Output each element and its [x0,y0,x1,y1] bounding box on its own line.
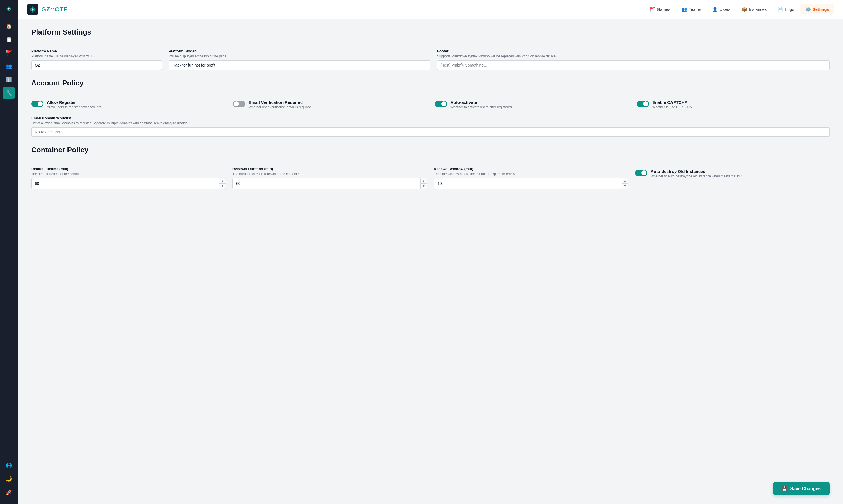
platform-footer-desc: Supports Markdown syntax, <mbr/> will be… [437,54,830,58]
enable-captcha-info: Enable CAPTCHA Whether to use CAPTCHA [652,100,692,109]
container-policy-divider [31,159,830,159]
platform-name-label: Platform Name [31,49,162,53]
sidebar-bottom: 🌐 🌙 🚀 [3,460,15,499]
domain-whitelist-input[interactable] [31,127,830,137]
sidebar-item-translate[interactable]: 🌐 [3,460,15,472]
save-button[interactable]: 💾 Save Changes [773,482,830,495]
allow-register-track [31,101,44,107]
svg-point-1 [8,8,10,10]
nav-users[interactable]: 👤 Users [707,4,735,14]
svg-point-3 [32,8,34,10]
domain-whitelist-group: Email Domain Whitelist List of allowed e… [31,116,830,137]
auto-activate-label: Auto-activate [450,100,512,105]
instances-icon: 📦 [741,7,747,12]
lifetime-up-arrow[interactable]: ▲ [219,179,225,183]
container-policy-row: Default Lifetime (min) The default lifet… [31,167,830,189]
save-btn-wrap: 💾 Save Changes [773,482,830,495]
platform-settings-row: Platform Name Platform name will be disp… [31,49,830,70]
platform-slogan-desc: Will be displayed at the top of the page [169,54,430,58]
email-verify-toggle[interactable] [233,101,245,107]
nav-instances[interactable]: 📦 Instances [737,4,772,14]
nav-games[interactable]: 🚩 Games [644,4,675,14]
lifetime-label: Default Lifetime (min) [31,167,226,171]
content: Platform Settings Platform Name Platform… [18,19,843,504]
auto-destroy-toggle[interactable] [635,169,647,176]
nav-teams[interactable]: 👥 Teams [676,4,706,14]
enable-captcha-group: Enable CAPTCHA Whether to use CAPTCHA [637,100,830,109]
save-icon: 💾 [782,486,788,491]
platform-footer-input[interactable] [437,60,830,70]
renewal-window-group: Renewal Window (min) The time window bef… [434,167,629,189]
platform-slogan-input[interactable] [169,60,430,70]
email-verify-desc: Whether user verification email is requi… [249,105,311,109]
sidebar-item-settings[interactable]: 🔧 [3,87,15,99]
auto-destroy-info: Auto-destroy Old Instances Whether to au… [651,169,742,178]
email-verify-track [233,101,245,107]
topnav: GZ::CTF 🚩 Games 👥 Teams 👤 Users 📦 Instan… [18,0,843,19]
games-icon: 🚩 [650,7,655,12]
renewal-window-down-arrow[interactable]: ▼ [622,183,628,188]
renewal-duration-down-arrow[interactable]: ▼ [421,183,427,188]
renewal-duration-label: Renewal Duration (min) [233,167,427,171]
auto-activate-toggle[interactable] [435,101,447,107]
auto-activate-track [435,101,447,107]
settings-icon: ⚙️ [805,7,811,12]
renewal-window-input-wrap: ▲ ▼ [434,178,629,189]
auto-destroy-group: Auto-destroy Old Instances Whether to au… [635,167,830,189]
auto-destroy-desc: Whether to auto-destroy the old instance… [651,174,742,178]
renewal-duration-group: Renewal Duration (min) The duration of e… [233,167,427,189]
auto-destroy-toggle-group: Auto-destroy Old Instances Whether to au… [635,169,830,189]
sidebar-logo [3,3,15,15]
auto-activate-group: Auto-activate Whether to activate users … [435,100,628,109]
allow-register-label: Allow Register [47,100,101,105]
sidebar-item-users[interactable]: 👥 [3,60,15,72]
auto-activate-desc: Whether to activate users after register… [450,105,512,109]
lifetime-down-arrow[interactable]: ▼ [219,183,225,188]
main-area: GZ::CTF 🚩 Games 👥 Teams 👤 Users 📦 Instan… [18,0,843,504]
platform-settings-title: Platform Settings [31,28,830,36]
sidebar-item-info[interactable]: ℹ️ [3,73,15,86]
platform-footer-group: Footer Supports Markdown syntax, <mbr/> … [437,49,830,70]
sidebar-item-theme[interactable]: 🌙 [3,473,15,485]
email-verify-group: Email Verification Required Whether user… [233,100,426,109]
enable-captcha-toggle[interactable] [637,101,649,107]
lifetime-input[interactable] [32,179,219,188]
platform-slogan-label: Platform Slogan [169,49,430,53]
sidebar: 🏠 📋 🚩 👥 ℹ️ 🔧 🌐 🌙 🚀 [0,0,18,504]
nav-logs[interactable]: 📄 Logs [773,4,799,14]
renewal-window-arrows: ▲ ▼ [622,179,628,188]
renewal-window-desc: The time window before the container exp… [434,172,629,176]
platform-name-desc: Platform name will be displayed with ::C… [31,54,162,58]
nav-settings[interactable]: ⚙️ Settings [801,4,834,14]
sidebar-item-deploy[interactable]: 🚀 [3,486,15,499]
nav-links: 🚩 Games 👥 Teams 👤 Users 📦 Instances 📄 Lo… [644,4,834,14]
platform-footer-label: Footer [437,49,830,53]
renewal-duration-desc: The duration of each renewal of the cont… [233,172,427,176]
account-policy-title: Account Policy [31,79,830,87]
auto-activate-info: Auto-activate Whether to activate users … [450,100,512,109]
brand-text: GZ::CTF [41,6,68,13]
users-icon: 👤 [712,7,718,12]
enable-captcha-desc: Whether to use CAPTCHA [652,105,692,109]
domain-whitelist-label: Email Domain Whitelist [31,116,830,120]
renewal-window-up-arrow[interactable]: ▲ [622,179,628,183]
allow-register-desc: Allow users to register new accounts [47,105,101,109]
email-verify-info: Email Verification Required Whether user… [249,100,311,109]
sidebar-item-challenges[interactable]: 📋 [3,33,15,46]
renewal-duration-input-wrap: ▲ ▼ [233,178,427,189]
email-verify-label: Email Verification Required [249,100,311,105]
brand-logo [27,4,38,15]
platform-name-group: Platform Name Platform name will be disp… [31,49,162,70]
sidebar-item-home[interactable]: 🏠 [3,20,15,32]
platform-name-input[interactable] [31,60,162,70]
lifetime-group: Default Lifetime (min) The default lifet… [31,167,226,189]
account-policy-toggles: Allow Register Allow users to register n… [31,100,830,109]
renewal-window-input[interactable] [434,179,622,188]
renewal-duration-input[interactable] [233,179,420,188]
enable-captcha-label: Enable CAPTCHA [652,100,692,105]
container-policy-title: Container Policy [31,146,830,154]
sidebar-item-flag[interactable]: 🚩 [3,47,15,59]
renewal-duration-up-arrow[interactable]: ▲ [421,179,427,183]
allow-register-toggle[interactable] [31,101,44,107]
platform-slogan-group: Platform Slogan Will be displayed at the… [169,49,430,70]
